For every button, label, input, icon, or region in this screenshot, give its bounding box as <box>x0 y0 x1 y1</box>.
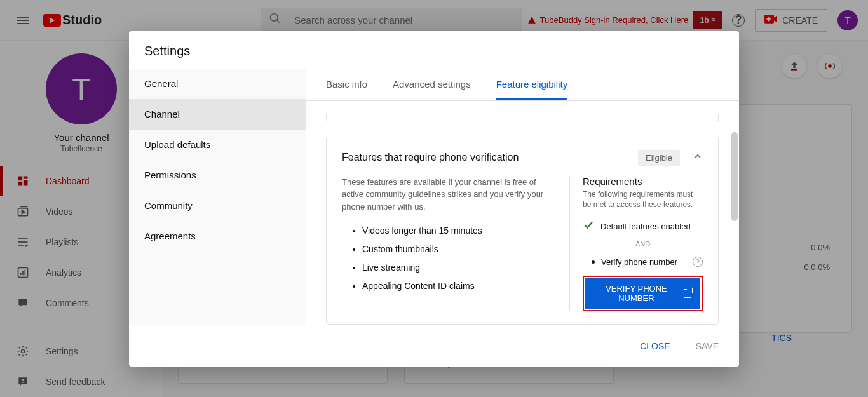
verify-label: VERIFY PHONE NUMBER <box>594 284 679 303</box>
requirements-title: Requirements <box>583 176 703 187</box>
requirement-enabled: Default features enabled <box>583 219 703 234</box>
open-external-icon <box>684 289 691 298</box>
tab-basic-info[interactable]: Basic info <box>326 69 367 100</box>
check-icon <box>583 219 594 234</box>
card-description: These features are available if your cha… <box>342 176 557 213</box>
dialog-nav: General Channel Upload defaults Permissi… <box>129 69 306 326</box>
help-icon[interactable]: ? <box>693 257 703 267</box>
modal-overlay: Settings General Channel Upload defaults… <box>0 0 868 397</box>
save-button[interactable]: SAVE <box>691 336 724 356</box>
feature-item: Live streaming <box>362 259 557 277</box>
dnav-channel[interactable]: Channel <box>129 99 306 130</box>
requirements-column: Requirements The following requirements … <box>569 176 703 312</box>
collapse-toggle[interactable] <box>693 151 703 164</box>
dialog-actions: CLOSE SAVE <box>129 326 739 367</box>
settings-dialog: Settings General Channel Upload defaults… <box>129 31 739 367</box>
requirement-verify: Verify phone number ? <box>583 257 703 267</box>
previous-card-edge <box>326 114 719 121</box>
feature-item: Custom thumbnails <box>362 240 557 259</box>
requirements-subtitle: The following requirements must be met t… <box>583 189 703 211</box>
feature-item: Appealing Content ID claims <box>362 277 557 295</box>
requirement-text: Default features enabled <box>600 222 691 231</box>
feature-list: Videos longer than 15 minutes Custom thu… <box>342 222 557 295</box>
dnav-general[interactable]: General <box>129 69 306 99</box>
content-area: Features that require phone verification… <box>306 101 739 325</box>
feature-item: Videos longer than 15 minutes <box>362 222 557 240</box>
dialog-title: Settings <box>129 31 739 69</box>
dnav-agreements[interactable]: Agreements <box>129 221 306 252</box>
card-title: Features that require phone verification <box>342 152 519 163</box>
and-separator: AND <box>583 240 703 248</box>
scrollbar-thumb[interactable] <box>731 132 738 221</box>
dnav-permissions[interactable]: Permissions <box>129 160 306 191</box>
verify-phone-button[interactable]: VERIFY PHONE NUMBER <box>585 278 700 309</box>
tabs: Basic info Advanced settings Feature eli… <box>306 69 739 101</box>
dnav-community[interactable]: Community <box>129 191 306 221</box>
chevron-up-icon <box>693 151 703 161</box>
dnav-upload-defaults[interactable]: Upload defaults <box>129 130 306 160</box>
phone-verification-card: Features that require phone verification… <box>326 137 719 325</box>
tab-feature-eligibility[interactable]: Feature eligibility <box>496 69 568 100</box>
eligibility-chip: Eligible <box>638 150 680 166</box>
dialog-content: Basic info Advanced settings Feature eli… <box>306 69 739 326</box>
close-button[interactable]: CLOSE <box>635 336 675 356</box>
features-column: These features are available if your cha… <box>342 176 569 312</box>
verify-highlight: VERIFY PHONE NUMBER <box>583 276 703 311</box>
tab-advanced-settings[interactable]: Advanced settings <box>393 69 471 100</box>
requirement-text: Verify phone number <box>601 257 677 267</box>
bullet-icon <box>592 260 595 264</box>
